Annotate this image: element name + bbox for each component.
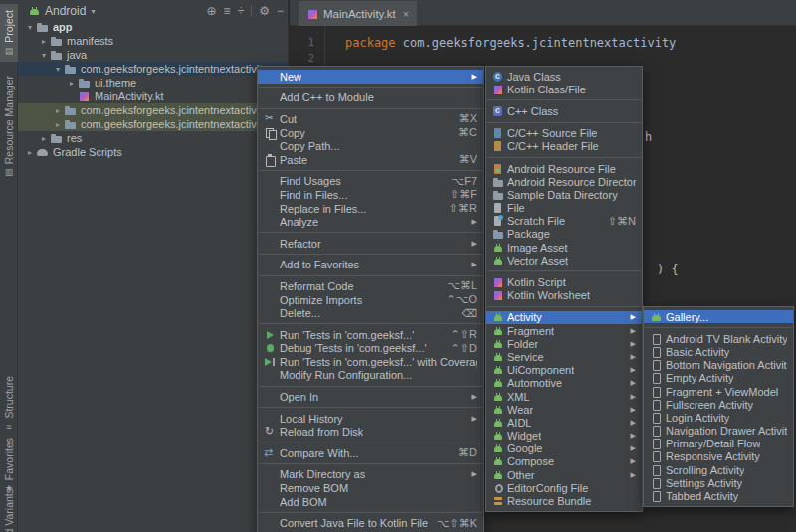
menu-item-scrolling-activity[interactable]: Scrolling Activity	[644, 463, 793, 476]
chevron-expanded-icon[interactable]: ▾	[24, 23, 36, 32]
menu-item-add-to-favorites[interactable]: Add to Favorites▶	[258, 259, 483, 272]
tool-tab-build-variants[interactable]: Build Variants▤	[0, 497, 18, 532]
menu-item-mark-directory-as[interactable]: Mark Directory as▶	[258, 468, 483, 482]
menu-item-automotive[interactable]: Automotive▶	[486, 377, 642, 390]
tool-tab-favorites[interactable]: Favorites★	[0, 436, 18, 495]
menu-item-package[interactable]: Package	[486, 228, 642, 241]
menu-item-service[interactable]: Service▶	[486, 350, 642, 363]
chevron-expanded-icon[interactable]: ▾	[38, 51, 50, 60]
chevron-collapsed-icon[interactable]: ▸	[38, 37, 50, 46]
menu-item-wear[interactable]: Wear▶	[486, 403, 642, 416]
chevron-collapsed-icon[interactable]: ▸	[52, 120, 64, 129]
menu-item-analyze[interactable]: Analyze▶	[258, 215, 483, 229]
menu-item-kotlin-script[interactable]: Kotlin Script	[486, 275, 642, 288]
hide-panel-icon[interactable]: −	[277, 5, 284, 17]
menu-item-find-in-files[interactable]: Find in Files...⇧⌘F	[258, 188, 483, 202]
menu-item-debug-tests-in-com-geeksf[interactable]: Debug 'Tests in 'com.geeksf...'⌃⇧D	[258, 342, 483, 356]
menu-item-kotlin-class-file[interactable]: Kotlin Class/File	[486, 83, 642, 95]
tree-item-mainactivity-kt[interactable]: MainActivity.kt	[18, 89, 289, 103]
chevron-collapsed-icon[interactable]: ▸	[38, 134, 50, 143]
settings-gear-icon[interactable]: ⚙	[259, 5, 270, 17]
menu-item-compare-with[interactable]: Compare With...⌘D	[258, 446, 483, 460]
menu-item-vector-asset[interactable]: Vector Asset	[486, 254, 642, 266]
menu-item-run-tests-in-com-geeksf[interactable]: Run 'Tests in 'com.geeksf...'⌃⇧R	[258, 328, 483, 342]
menu-item-fullscreen-activity[interactable]: Fullscreen Activity	[644, 398, 793, 411]
menu-item-reformat-code[interactable]: Reformat Code⌥⌘L	[258, 279, 483, 293]
menu-item-other[interactable]: Other▶	[486, 468, 642, 481]
menu-item-optimize-imports[interactable]: Optimize Imports⌃⌥O	[258, 293, 483, 307]
menu-item-replace-in-files[interactable]: Replace in Files...⇧⌘R	[258, 202, 483, 216]
menu-item-modify-run-configuration[interactable]: Modify Run Configuration...	[258, 369, 483, 383]
tree-item-com-geeksforgeeks-jcintentnextactivity-test[interactable]: ▸com.geeksforgeeks.jcintentnextactivity(…	[18, 117, 289, 131]
menu-item-add-bom[interactable]: Add BOM	[258, 495, 483, 509]
menu-item-navigation-drawer-activity[interactable]: Navigation Drawer Activity	[644, 425, 793, 438]
menu-item-add-c-to-module[interactable]: Add C++ to Module	[258, 91, 483, 105]
menu-item-remove-bom[interactable]: Remove BOM	[258, 481, 483, 495]
menu-item-open-in[interactable]: Open In▶	[258, 390, 483, 404]
menu-item-refactor[interactable]: Refactor▶	[258, 237, 483, 251]
tree-item-manifests[interactable]: ▸manifests	[18, 34, 289, 48]
menu-item-basic-activity[interactable]: Basic Activity	[644, 345, 793, 358]
tool-tab-project[interactable]: Project▤	[0, 4, 18, 62]
tool-tab-structure[interactable]: Structure≡	[0, 374, 18, 434]
tree-item-res[interactable]: ▸res	[18, 131, 289, 145]
menu-item-kotlin-worksheet[interactable]: Kotlin Worksheet	[486, 289, 642, 302]
menu-item-fragment-viewmodel[interactable]: Fragment + ViewModel	[644, 385, 793, 398]
menu-item-uicomponent[interactable]: UiComponent▶	[486, 364, 642, 377]
menu-item-empty-activity[interactable]: Empty Activity	[644, 372, 793, 385]
tree-item-app[interactable]: ▾app	[18, 20, 289, 34]
menu-item-paste[interactable]: Paste⌘V	[258, 153, 483, 167]
tree-item-com-geeksforgeeks-jcintentnextactivity-androidtest[interactable]: ▸com.geeksforgeeks.jcintentnextactivity(…	[18, 103, 289, 117]
menu-item-android-tv-blank-activity[interactable]: Android TV Blank Activity	[644, 332, 793, 345]
chevron-expanded-icon[interactable]: ▾	[52, 65, 64, 74]
menu-item-cut[interactable]: Cut⌘X	[258, 112, 483, 126]
menu-item-c-class[interactable]: C++ Class	[486, 104, 642, 117]
menu-item-primary-detail-flow[interactable]: Primary/Detail Flow	[644, 438, 793, 450]
menu-item-activity[interactable]: Activity▶	[486, 311, 642, 324]
menu-item-aidl[interactable]: AIDL▶	[486, 416, 642, 429]
expand-all-icon[interactable]: ≡	[224, 5, 231, 17]
menu-item-gallery[interactable]: Gallery...	[644, 310, 793, 323]
menu-item-run-tests-in-com-geeksf-with-coverage[interactable]: Run 'Tests in 'com.geeksf...' with Cover…	[258, 355, 483, 369]
menu-item-tabbed-activity[interactable]: Tabbed Activity	[644, 489, 793, 502]
menu-item-java-class[interactable]: Java Class	[486, 70, 642, 83]
menu-item-c-c-source-file[interactable]: C/C++ Source File	[486, 127, 642, 140]
menu-item-reload-from-disk[interactable]: Reload from Disk	[258, 425, 483, 439]
tree-item-com-geeksforgeeks-jcintentnextactivity[interactable]: ▾com.geeksforgeeks.jcintentnextactivity	[18, 62, 289, 76]
collapse-all-icon[interactable]: ÷	[238, 5, 245, 17]
tool-tab-resource-manager[interactable]: Resource Manager▥	[0, 66, 18, 187]
menu-item-file[interactable]: File	[486, 202, 642, 215]
tree-item-ui-theme[interactable]: ▸ui.theme	[18, 76, 289, 89]
menu-item-xml[interactable]: XML▶	[486, 390, 642, 403]
tree-item-gradle-scripts[interactable]: ▸Gradle Scripts	[18, 145, 289, 159]
menu-item-copy[interactable]: Copy⌘C	[258, 126, 483, 140]
menu-item-local-history[interactable]: Local History▶	[258, 412, 483, 426]
close-icon[interactable]: ×	[403, 8, 409, 20]
menu-item-new[interactable]: New▶	[258, 70, 483, 84]
menu-item-c-c-header-file[interactable]: C/C++ Header File	[486, 140, 642, 153]
menu-item-delete[interactable]: Delete...⌫	[258, 306, 483, 320]
menu-item-copy-path[interactable]: Copy Path...	[258, 139, 483, 153]
chevron-collapsed-icon[interactable]: ▸	[66, 79, 78, 88]
menu-item-widget[interactable]: Widget▶	[486, 430, 642, 443]
menu-item-scratch-file[interactable]: Scratch File⇧⌘N	[486, 215, 642, 228]
menu-item-convert-java-file-to-kotlin-file[interactable]: Convert Java File to Kotlin File⌥⇧⌘K	[258, 516, 483, 530]
locate-icon[interactable]: ⊕	[207, 5, 217, 17]
menu-item-android-resource-directory[interactable]: Android Resource Directory	[486, 175, 642, 188]
menu-item-google[interactable]: Google▶	[486, 443, 642, 455]
menu-item-sample-data-directory[interactable]: Sample Data Directory	[486, 188, 642, 201]
menu-item-android-resource-file[interactable]: Android Resource File	[486, 162, 642, 175]
chevron-down-icon[interactable]: ▾	[91, 7, 95, 16]
menu-item-responsive-activity[interactable]: Responsive Activity	[644, 450, 793, 463]
menu-item-settings-activity[interactable]: Settings Activity	[644, 476, 793, 489]
menu-item-image-asset[interactable]: Image Asset	[486, 241, 642, 254]
code-line[interactable]: package com.geeksforgeeks.jcintentnextac…	[345, 36, 676, 50]
tree-item-java[interactable]: ▾java	[18, 48, 289, 62]
editor-tab-mainactivity[interactable]: MainActivity.kt ×	[298, 1, 417, 26]
menu-item-compose[interactable]: Compose▶	[486, 455, 642, 468]
menu-item-login-activity[interactable]: Login Activity	[644, 411, 793, 424]
project-view-selector[interactable]: Android	[45, 4, 86, 18]
menu-item-folder[interactable]: Folder▶	[486, 337, 642, 350]
menu-item-editorconfig-file[interactable]: EditorConfig File	[486, 481, 642, 494]
menu-item-fragment[interactable]: Fragment▶	[486, 324, 642, 337]
